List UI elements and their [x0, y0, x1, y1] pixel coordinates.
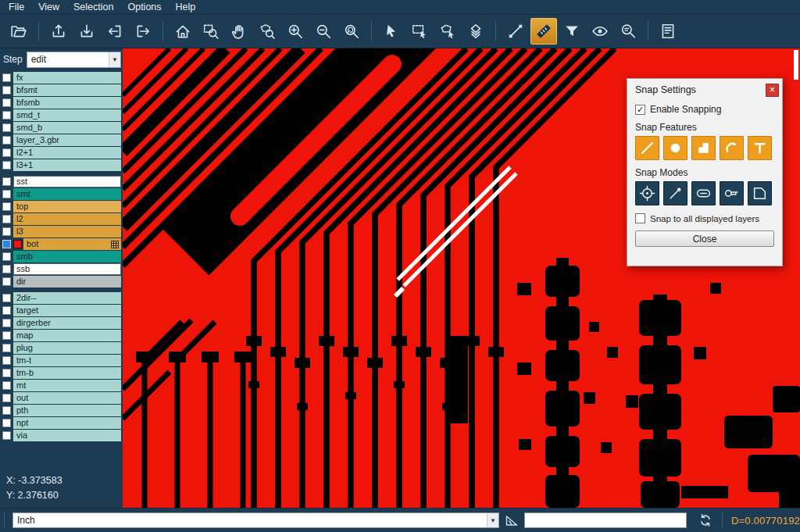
- layer-visibility-checkbox[interactable]: [2, 331, 11, 340]
- layer-visibility-checkbox[interactable]: [2, 215, 11, 223]
- layer-visibility-checkbox[interactable]: [2, 319, 11, 327]
- layer-row-bot[interactable]: bot: [2, 238, 121, 250]
- menu-item-file[interactable]: File: [2, 0, 31, 15]
- layer-name-strip[interactable]: pth: [13, 405, 121, 416]
- layer-name-strip[interactable]: dirgerber: [13, 317, 121, 329]
- layer-name-strip[interactable]: smt: [13, 188, 121, 200]
- grid-icon[interactable]: [111, 241, 119, 248]
- menu-item-options[interactable]: Options: [120, 0, 168, 15]
- export-left-icon[interactable]: [102, 18, 128, 45]
- pan-hand-icon[interactable]: [226, 18, 252, 45]
- dialog-close-icon[interactable]: ×: [766, 84, 779, 97]
- layer-row-top[interactable]: top: [2, 201, 121, 212]
- layer-visibility-checkbox[interactable]: [2, 294, 11, 302]
- all-layers-checkbox[interactable]: [635, 213, 645, 223]
- layer-visibility-checkbox[interactable]: [2, 86, 11, 95]
- layer-visibility-checkbox[interactable]: [2, 252, 11, 261]
- layer-name-strip[interactable]: bot: [23, 238, 121, 250]
- home-icon[interactable]: [170, 18, 196, 45]
- layer-row-smt[interactable]: smt: [2, 188, 121, 200]
- step-combobox[interactable]: edit ▼: [27, 52, 121, 68]
- angle-icon[interactable]: [504, 512, 520, 528]
- layer-visibility-checkbox[interactable]: [2, 240, 11, 248]
- layer-row-smd_b[interactable]: smd_b: [2, 122, 121, 134]
- layer-row-l2+1[interactable]: l2+1: [2, 147, 121, 159]
- menu-item-selection[interactable]: Selection: [66, 0, 120, 15]
- command-input[interactable]: [524, 512, 687, 528]
- layer-row-2dir--[interactable]: 2dir--: [2, 292, 121, 304]
- layer-visibility-checkbox[interactable]: [2, 277, 11, 286]
- layer-row-target[interactable]: target: [2, 305, 121, 316]
- layer-name-strip[interactable]: l3: [13, 226, 121, 237]
- layer-row-tm-b[interactable]: tm-b: [2, 367, 121, 379]
- layer-visibility-checkbox[interactable]: [2, 381, 11, 390]
- layer-visibility-checkbox[interactable]: [2, 98, 11, 107]
- layer-name-strip[interactable]: top: [13, 201, 121, 212]
- layer-row-tm-t[interactable]: tm-t: [2, 355, 121, 366]
- snap-arc-icon[interactable]: [720, 136, 744, 160]
- layer-row-map[interactable]: map: [2, 330, 121, 341]
- layer-visibility-checkbox[interactable]: [2, 356, 11, 365]
- select-window-icon[interactable]: [406, 18, 433, 45]
- zoom-reset-icon[interactable]: [338, 18, 365, 45]
- layer-row-fx[interactable]: fx: [2, 72, 121, 84]
- snap-line-icon[interactable]: [635, 136, 659, 160]
- layer-visibility-checkbox[interactable]: [2, 123, 11, 132]
- open-folder-icon[interactable]: [5, 18, 32, 45]
- menu-item-view[interactable]: View: [31, 0, 66, 15]
- pcb-canvas[interactable]: Snap Settings × Enable Snapping Snap Fea…: [123, 48, 800, 508]
- enable-snapping-checkbox[interactable]: [635, 105, 645, 115]
- snap-pad-icon[interactable]: [663, 136, 688, 160]
- mode-key-icon[interactable]: [720, 181, 744, 205]
- layer-name-strip[interactable]: smb: [13, 251, 121, 262]
- layer-name-strip[interactable]: ssb: [13, 263, 121, 275]
- layer-name-strip[interactable]: l2+1: [13, 147, 121, 159]
- layer-name-strip[interactable]: tm-t: [13, 355, 121, 366]
- layer-visibility-checkbox[interactable]: [2, 136, 11, 145]
- highlight-eye-icon[interactable]: [587, 18, 613, 45]
- layer-visibility-checkbox[interactable]: [2, 227, 11, 236]
- layer-name-strip[interactable]: tm-b: [13, 367, 121, 379]
- layer-visibility-checkbox[interactable]: [2, 73, 11, 82]
- layer-row-smb[interactable]: smb: [2, 251, 121, 262]
- zoom-in-icon[interactable]: [282, 18, 309, 45]
- layer-visibility-checkbox[interactable]: [2, 265, 11, 273]
- layer-name-strip[interactable]: via: [13, 430, 121, 441]
- layer-row-bfsmb[interactable]: bfsmb: [2, 97, 121, 109]
- layer-visibility-checkbox[interactable]: [2, 344, 11, 352]
- mode-slot-icon[interactable]: [691, 181, 716, 205]
- zoom-window-icon[interactable]: [198, 18, 224, 45]
- zoom-out-icon[interactable]: [310, 18, 337, 45]
- layer-name-strip[interactable]: layer_3.gbr: [13, 134, 121, 146]
- layer-row-l2[interactable]: l2: [2, 213, 121, 225]
- mode-corner-icon[interactable]: [748, 181, 772, 205]
- all-layers-row[interactable]: Snap to all displayed layers: [635, 213, 774, 223]
- layer-row-l3+1[interactable]: l3+1: [2, 159, 121, 171]
- layer-name-strip[interactable]: dir: [13, 276, 121, 287]
- refresh-icon[interactable]: [698, 512, 713, 528]
- zoom-polygon-icon[interactable]: [254, 18, 280, 45]
- line-select-icon[interactable]: [502, 18, 529, 45]
- layer-name-strip[interactable]: npt: [13, 417, 121, 429]
- layer-visibility-checkbox[interactable]: [2, 148, 11, 157]
- layer-visibility-checkbox[interactable]: [2, 419, 11, 427]
- layer-visibility-checkbox[interactable]: [2, 190, 11, 198]
- layer-visibility-checkbox[interactable]: [2, 306, 11, 315]
- layer-color-chip[interactable]: [13, 240, 22, 248]
- layer-name-strip[interactable]: map: [13, 330, 121, 341]
- select-polygon-icon[interactable]: [434, 18, 461, 45]
- layer-row-npt[interactable]: npt: [2, 417, 121, 429]
- layer-name-strip[interactable]: mt: [13, 380, 121, 391]
- layer-row-dir[interactable]: dir: [2, 276, 121, 287]
- layer-name-strip[interactable]: sst: [13, 176, 121, 187]
- layer-row-mt[interactable]: mt: [2, 380, 121, 391]
- measure-ruler-icon[interactable]: [530, 18, 557, 45]
- layer-visibility-checkbox[interactable]: [2, 177, 11, 186]
- layer-visibility-checkbox[interactable]: [2, 431, 11, 440]
- layer-visibility-checkbox[interactable]: [2, 202, 11, 211]
- layer-row-smd_t[interactable]: smd_t: [2, 109, 121, 121]
- layer-row-out[interactable]: out: [2, 392, 121, 404]
- layer-name-strip[interactable]: l3+1: [13, 159, 121, 171]
- dialog-titlebar[interactable]: Snap Settings ×: [635, 80, 779, 99]
- layer-row-sst[interactable]: sst: [2, 176, 121, 187]
